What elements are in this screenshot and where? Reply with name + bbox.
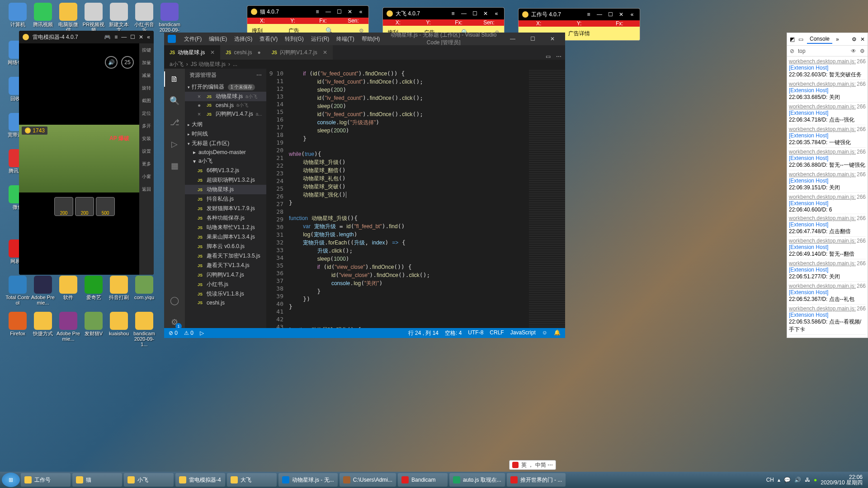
breadcrumb[interactable]: a小飞 › JS 动物星球.js › ...	[164, 60, 565, 69]
close-icon[interactable]: ✕	[346, 9, 354, 15]
more-tabs-icon[interactable]: »	[836, 36, 839, 42]
maximize-icon[interactable]: ☐	[524, 36, 542, 42]
taskbar-item[interactable]: 推开世界的门 - ...	[507, 473, 566, 487]
feedback-icon[interactable]: ☺	[542, 329, 547, 337]
file-item[interactable]: JS脚本云 v0.6.0.js	[185, 242, 266, 251]
gamepad-icon[interactable]: 🎮	[104, 34, 111, 40]
search-icon[interactable]: 🔍	[169, 95, 180, 107]
emu-tool[interactable]: 多开	[142, 123, 151, 129]
start-button[interactable]: ⊞	[2, 473, 20, 487]
menu-icon[interactable]: ≡	[313, 9, 321, 15]
menu-item[interactable]: 选择(S)	[231, 35, 256, 43]
desktop-icon[interactable]: 发财猫V	[81, 312, 106, 336]
titlebar[interactable]: 猫 4.0.7 ≡ — ☐ ✕ «	[247, 6, 368, 18]
game-btn-1[interactable]: 200	[54, 197, 73, 216]
collapse-icon[interactable]: «	[492, 10, 500, 17]
collapse-icon[interactable]: «	[147, 34, 150, 40]
open-editors-header[interactable]: ▾ 打开的编辑器 1 个未保存	[185, 82, 266, 92]
file-item[interactable]: JS小红书.js	[185, 280, 266, 289]
code-editor[interactable]: 9 10 11 12 13 14 15 16 17 18 19 20 21 22…	[266, 69, 565, 328]
close-icon[interactable]: ✕	[139, 34, 143, 40]
emu-tool[interactable]: 返回	[142, 186, 151, 192]
lang-indicator[interactable]: CH	[766, 477, 774, 483]
workspace-header[interactable]: ▾无标题 (工作区)	[185, 139, 266, 148]
maximize-icon[interactable]: ☐	[471, 10, 479, 17]
indent[interactable]: 空格: 4	[445, 329, 462, 337]
settings-icon[interactable]: ⚙1	[169, 316, 180, 328]
extensions-icon[interactable]: ▦	[169, 160, 180, 172]
game-btn-2[interactable]: 200	[75, 197, 94, 216]
emulator-screen[interactable]: 🔊 25 🪙 1743 AP 爆破 200 200 500	[19, 43, 139, 275]
scope-select[interactable]: top	[798, 48, 806, 54]
battery-icon[interactable]: ●	[814, 477, 817, 483]
desktop-icon[interactable]: 新建文本文	[107, 3, 131, 33]
desktop-icon[interactable]: 电脑版微信	[56, 3, 80, 33]
crumb[interactable]: a小飞	[170, 61, 184, 68]
file-item[interactable]: JS发财猫脚本V1.7.9.js	[185, 204, 266, 213]
file-item[interactable]: JS超级职场鸭V1.3.2.js	[185, 175, 266, 185]
close-icon[interactable]: ✕	[617, 11, 625, 18]
close-icon[interactable]: ✕	[481, 10, 490, 17]
warnings[interactable]: ⚠ 0	[184, 330, 193, 336]
crumb[interactable]: ...	[233, 61, 237, 67]
desktop-icon[interactable]: PR视频视频	[81, 3, 106, 33]
encoding[interactable]: UTF-8	[468, 329, 483, 337]
taskbar-item[interactable]: 雷电模拟器-4	[175, 473, 225, 487]
clear-icon[interactable]: ⊘	[790, 48, 794, 54]
menu-icon[interactable]: ≡	[114, 34, 118, 40]
play-icon[interactable]: ▷	[200, 330, 204, 336]
devtools-panel[interactable]: ◩ ▭ Console » ⚙ ✕ ⊘ top 👁 ⚙ workbench.de…	[787, 33, 868, 338]
desktop-icon[interactable]: 小红书音乐	[132, 3, 156, 33]
volume-icon[interactable]: 🔊	[105, 56, 118, 69]
taskbar-item[interactable]: Bandicam	[398, 473, 448, 487]
file-item[interactable]: JS悦读乐V1.1.8.js	[185, 289, 266, 299]
emulator-window[interactable]: 雷电模拟器-4 4.0.7 🎮 ≡ — ☐ ✕ « 按键加量减量旋转截图定位多开…	[19, 31, 154, 275]
clock[interactable]: 22:06 2020/9/10 星期四	[821, 474, 863, 485]
desktop-icon[interactable]: Total Control	[5, 276, 30, 305]
emu-tool[interactable]: 减量	[142, 72, 151, 79]
action-center-icon[interactable]: 💬	[784, 477, 791, 483]
desktop-icon[interactable]: 爱奇艺	[81, 276, 106, 300]
menu-item[interactable]: 终端(T)	[333, 35, 358, 43]
split-icon[interactable]: ▭	[546, 53, 551, 60]
desktop-icon[interactable]: kuaishou	[107, 312, 131, 336]
folder-item[interactable]: ▸autojsDemo-master	[185, 148, 266, 156]
debug-icon[interactable]: ▷	[169, 138, 180, 150]
more-icon[interactable]: ⋯	[256, 72, 262, 78]
maximize-icon[interactable]: ☐	[335, 9, 343, 15]
crumb[interactable]: JS 动物星球.js	[191, 61, 226, 68]
collapse-icon[interactable]: «	[357, 9, 365, 15]
minimap[interactable]	[529, 69, 565, 328]
minimize-icon[interactable]: —	[595, 11, 604, 18]
close-icon[interactable]: ✕	[860, 36, 865, 42]
file-item[interactable]: JS66鸭V1.3.2.js	[185, 166, 266, 175]
editor-tab[interactable]: JS动物星球.js ✕	[164, 45, 220, 60]
close-icon[interactable]: ✕	[543, 36, 561, 42]
emu-tool[interactable]: 按键	[142, 47, 151, 53]
maximize-icon[interactable]: ☐	[606, 11, 614, 18]
open-file-item[interactable]: ×JS闪鸭鸭V1.4.7.js a...	[185, 109, 266, 119]
file-item[interactable]: JSceshi.js	[185, 299, 266, 307]
taskbar-item[interactable]: 猫	[72, 473, 122, 487]
filter-icon[interactable]: 👁	[851, 48, 856, 54]
code-area[interactable]: if (id("iv_feed_count").findOnce()) { id…	[289, 69, 529, 328]
game-btn-3[interactable]: 500	[96, 197, 115, 216]
emu-tool[interactable]: 定位	[142, 110, 151, 117]
errors[interactable]: ⊘ 0	[169, 330, 178, 336]
desktop-icon[interactable]: 软件	[56, 276, 80, 300]
desktop-icon[interactable]: 抖音打刷	[107, 276, 131, 300]
emu-tool[interactable]: 小窗	[142, 174, 151, 180]
system-tray[interactable]: CH ▴ 💬 🔊 🖧 ● 22:06 2020/9/10 星期四	[766, 474, 866, 485]
menu-icon[interactable]: ≡	[449, 10, 457, 17]
taskbar-item[interactable]: 工作号	[21, 473, 71, 487]
taskbar-item[interactable]: auto.js 取现在...	[449, 473, 505, 487]
emu-tool[interactable]: 截图	[142, 98, 151, 104]
menu-item[interactable]: 转到(G)	[281, 35, 307, 43]
inspect-icon[interactable]: ◩	[790, 36, 795, 42]
taskbar-item[interactable]: 大飞	[227, 473, 277, 487]
desktop-icon[interactable]: 腾讯视频	[31, 3, 55, 27]
titlebar[interactable]: 工作号 4.0.7 ≡ — ☐ ✕ «	[519, 9, 640, 20]
taskbar-item[interactable]: 动物星球.js - 无...	[278, 473, 338, 487]
volume-icon[interactable]: 🔊	[794, 477, 801, 483]
file-item[interactable]: JS动物星球.js	[185, 185, 266, 194]
